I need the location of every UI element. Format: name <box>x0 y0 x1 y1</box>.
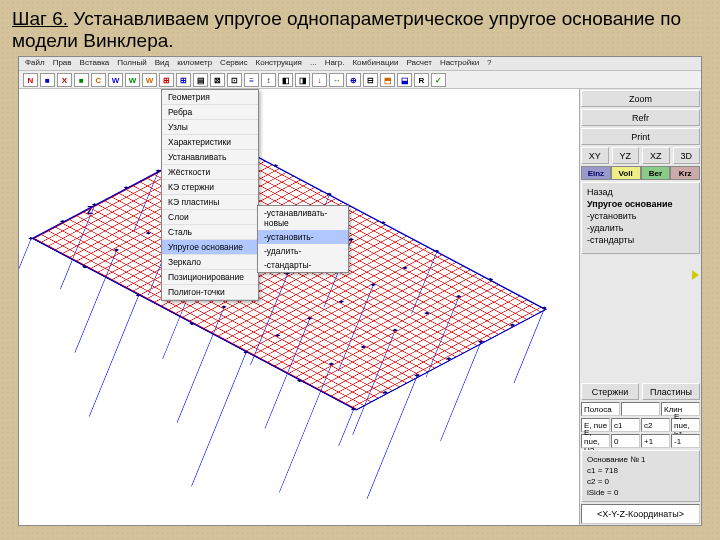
zoom-button[interactable]: Zoom <box>581 90 700 107</box>
slide-title: Шаг 6. Устанавливаем упругое однопарамет… <box>0 0 720 54</box>
input[interactable]: E, nue, h1 <box>671 418 700 432</box>
color-bar[interactable]: Einz Voll Ber Krz <box>581 166 700 180</box>
toolbar-icon[interactable]: ⊠ <box>210 73 225 87</box>
model-viewport[interactable]: Z ГеометрияРебраУзлыХарактеристикиУстана… <box>19 89 579 525</box>
menu-item[interactable]: Нагр. <box>325 58 345 69</box>
info-line: c1 = 718 <box>587 465 694 476</box>
input[interactable]: c2 <box>641 418 670 432</box>
toolbar-icon[interactable]: ⊞ <box>159 73 174 87</box>
menu-entry[interactable]: Геометрия <box>162 90 258 105</box>
menu-entry[interactable]: Упругое основание <box>162 240 258 255</box>
view-xy[interactable]: XY <box>581 147 609 164</box>
panel-option[interactable]: -стандарты <box>587 234 694 246</box>
refresh-button[interactable]: Refr <box>581 109 700 126</box>
tab-plates[interactable]: Пластины <box>642 383 700 400</box>
input[interactable] <box>621 402 660 416</box>
coordinates-field[interactable]: <X-Y-Z-Координаты> <box>581 504 700 524</box>
toolbar-icon[interactable]: W <box>142 73 157 87</box>
view-3d[interactable]: 3D <box>673 147 701 164</box>
toolbar-icon[interactable]: X <box>57 73 72 87</box>
menu-item[interactable]: километр <box>177 58 212 69</box>
input[interactable]: -1 <box>671 434 700 448</box>
toolbar-icon[interactable]: ⊞ <box>176 73 191 87</box>
toolbar-icon[interactable]: ↓ <box>312 73 327 87</box>
info-title: Основание № 1 <box>587 454 694 465</box>
toolbar-icon[interactable]: ✓ <box>431 73 446 87</box>
menu-item[interactable]: Конструкция <box>256 58 302 69</box>
toolbar-icon[interactable]: N <box>23 73 38 87</box>
submenu-entry[interactable]: -удалить- <box>258 244 348 258</box>
toolbar-icon[interactable]: ▤ <box>193 73 208 87</box>
menu-item[interactable]: Прав <box>53 58 72 69</box>
menu-entry[interactable]: Устанавливать <box>162 150 258 165</box>
toolbar-icon[interactable]: ⊟ <box>363 73 378 87</box>
toolbar-icon[interactable]: ⊕ <box>346 73 361 87</box>
menu-entry[interactable]: Сталь <box>162 225 258 240</box>
application-window: ФайлПравВставкаПолныйВид километрСервисК… <box>18 56 702 526</box>
menu-entry[interactable]: КЭ стержни <box>162 180 258 195</box>
toolbar-icon[interactable]: W <box>108 73 123 87</box>
menu-item[interactable]: Сервис <box>220 58 247 69</box>
view-xz[interactable]: XZ <box>642 147 670 164</box>
menu-entry[interactable]: Полигон-точки <box>162 285 258 300</box>
toolbar-icon[interactable]: ↕ <box>261 73 276 87</box>
input[interactable]: Полоса <box>581 402 620 416</box>
panel-option[interactable]: -установить <box>587 210 694 222</box>
toolbar-icon[interactable]: C <box>91 73 106 87</box>
elastic-foundation-panel: Назад Упругое основание -установить -уда… <box>581 182 700 254</box>
toolbar[interactable]: N ■ X ■ C W W W ⊞ ⊞ ▤ ⊠ ⊡ ≡ ↕ ◧ ◨ ↓ ↔ ⊕ … <box>19 71 701 89</box>
tab-rods[interactable]: Стержни <box>581 383 639 400</box>
input[interactable]: E, nue, H2 <box>581 434 610 448</box>
menu-item[interactable]: Файл <box>25 58 45 69</box>
input[interactable]: +1 <box>641 434 670 448</box>
cbar-ber[interactable]: Ber <box>641 166 671 180</box>
menu-bar[interactable]: ФайлПравВставкаПолныйВид километрСервисК… <box>19 57 701 71</box>
cbar-einz[interactable]: Einz <box>581 166 611 180</box>
toolbar-icon[interactable]: ↔ <box>329 73 344 87</box>
print-button[interactable]: Print <box>581 128 700 145</box>
input[interactable]: c1 <box>611 418 640 432</box>
menu-item[interactable]: Полный <box>117 58 146 69</box>
triangle-icon <box>692 270 699 280</box>
context-submenu[interactable]: -устанавливать-новые-установить--удалить… <box>257 205 349 273</box>
panel-option[interactable]: -удалить <box>587 222 694 234</box>
toolbar-icon[interactable]: W <box>125 73 140 87</box>
toolbar-icon[interactable]: ◧ <box>278 73 293 87</box>
menu-entry[interactable]: КЭ пластины <box>162 195 258 210</box>
toolbar-icon[interactable]: ■ <box>74 73 89 87</box>
info-line: c2 = 0 <box>587 476 694 487</box>
toolbar-icon[interactable]: ⊡ <box>227 73 242 87</box>
submenu-entry[interactable]: -стандарты- <box>258 258 348 272</box>
toolbar-icon[interactable]: ■ <box>40 73 55 87</box>
menu-item[interactable]: Комбинации <box>352 58 398 69</box>
submenu-entry[interactable]: -установить- <box>258 230 348 244</box>
foundation-info: Основание № 1 c1 = 718 c2 = 0 iSide = 0 <box>581 450 700 502</box>
cbar-krz[interactable]: Krz <box>670 166 700 180</box>
menu-entry[interactable]: Позиционирование <box>162 270 258 285</box>
cbar-voll[interactable]: Voll <box>611 166 641 180</box>
menu-item[interactable]: Вставка <box>80 58 110 69</box>
toolbar-icon[interactable]: ⬒ <box>380 73 395 87</box>
panel-title: Упругое основание <box>587 198 694 210</box>
toolbar-icon[interactable]: ≡ <box>244 73 259 87</box>
menu-item[interactable]: ... <box>310 58 317 69</box>
step-text: Устанавливаем упругое однопараметрическо… <box>12 8 681 51</box>
menu-entry[interactable]: Зеркало <box>162 255 258 270</box>
menu-item[interactable]: Настройки <box>440 58 479 69</box>
submenu-entry[interactable]: -устанавливать-новые <box>258 206 348 230</box>
back-link[interactable]: Назад <box>587 186 694 198</box>
context-menu[interactable]: ГеометрияРебраУзлыХарактеристикиУстанавл… <box>161 89 259 301</box>
menu-item[interactable]: ? <box>487 58 491 69</box>
menu-entry[interactable]: Ребра <box>162 105 258 120</box>
view-yz[interactable]: YZ <box>612 147 640 164</box>
menu-item[interactable]: Расчет <box>406 58 431 69</box>
menu-entry[interactable]: Характеристики <box>162 135 258 150</box>
menu-entry[interactable]: Слои <box>162 210 258 225</box>
menu-entry[interactable]: Узлы <box>162 120 258 135</box>
menu-item[interactable]: Вид <box>155 58 169 69</box>
toolbar-icon[interactable]: R <box>414 73 429 87</box>
toolbar-icon[interactable]: ◨ <box>295 73 310 87</box>
menu-entry[interactable]: Жёсткости <box>162 165 258 180</box>
input[interactable]: 0 <box>611 434 640 448</box>
toolbar-icon[interactable]: ⬓ <box>397 73 412 87</box>
